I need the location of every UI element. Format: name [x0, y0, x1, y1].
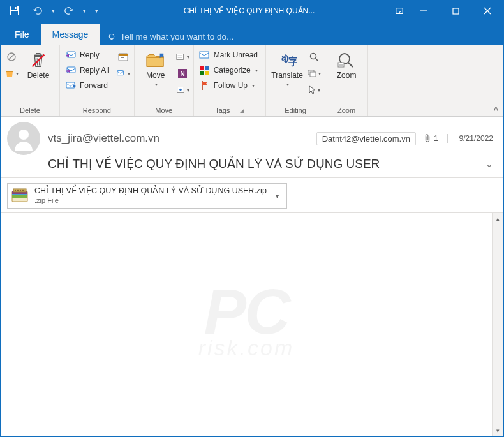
reply-all-button[interactable]: Reply All	[64, 63, 114, 77]
redo-button[interactable]	[60, 2, 78, 20]
forward-button[interactable]: Forward	[64, 78, 114, 93]
related-button[interactable]: ▾	[307, 67, 321, 80]
select-button[interactable]: ▾	[307, 84, 321, 96]
tags-launcher-icon[interactable]: ◢	[240, 107, 244, 114]
svg-text:a: a	[281, 52, 286, 63]
meeting-button[interactable]	[116, 50, 130, 63]
forward-label: Forward	[80, 81, 108, 90]
lightbulb-icon	[107, 33, 116, 41]
group-zoom: Zoom Zoom	[325, 45, 368, 116]
svg-point-51	[17, 190, 19, 191]
svg-point-37	[311, 54, 316, 59]
ribbon-display-options[interactable]	[395, 6, 404, 15]
categorize-label: Categorize	[214, 66, 251, 75]
svg-rect-25	[176, 54, 183, 60]
maximize-button[interactable]	[440, 1, 471, 21]
svg-rect-31	[200, 66, 204, 70]
message-body: PC risk.com	[1, 213, 492, 436]
undo-dropdown-icon[interactable]: ▾	[52, 8, 55, 14]
group-tags-label: Tags	[215, 107, 230, 114]
svg-rect-34	[205, 71, 209, 75]
chevron-down-icon: ▾	[128, 71, 130, 77]
avatar	[7, 122, 40, 155]
translate-icon: a字	[277, 50, 297, 71]
tell-me-search[interactable]: Tell me what you want to do...	[100, 32, 241, 45]
scroll-down-icon[interactable]: ▾	[496, 425, 500, 436]
translate-button[interactable]: a字 Translate▾	[270, 48, 304, 89]
quick-access-toolbar: ▾ ▾ ▾	[1, 2, 103, 20]
junk-button[interactable]: ▾	[4, 67, 19, 80]
redo-dropdown-icon[interactable]: ▾	[83, 8, 86, 14]
undo-button[interactable]	[29, 2, 47, 20]
group-move: Move▾ ▾ N ▾ Move	[135, 45, 194, 116]
onenote-button[interactable]: N	[175, 67, 189, 80]
vertical-scrollbar[interactable]: ▴ ▾	[492, 213, 503, 436]
move-folder-icon	[145, 50, 166, 71]
svg-rect-6	[453, 8, 459, 14]
watermark-line1: PC	[204, 285, 289, 339]
to-address[interactable]: Datnt42@viettel.com.vn	[316, 132, 416, 145]
person-icon	[11, 126, 36, 151]
message-body-container: PC risk.com ▴ ▾	[1, 213, 503, 436]
svg-text:N: N	[180, 70, 184, 77]
translate-label: Translate▾	[271, 71, 303, 88]
scroll-up-icon[interactable]: ▴	[496, 213, 500, 225]
paperclip-icon	[424, 134, 431, 143]
from-address[interactable]: vts_jira@viettel.com.vn	[48, 132, 159, 144]
more-respond-button[interactable]: ▾	[116, 67, 130, 80]
svg-rect-32	[205, 66, 209, 70]
svg-rect-33	[200, 71, 204, 75]
find-button[interactable]	[307, 50, 321, 63]
tell-me-label: Tell me what you want to do...	[120, 32, 233, 41]
customize-qat-icon[interactable]: ▾	[95, 8, 98, 14]
move-button[interactable]: Move▾	[138, 48, 173, 89]
svg-rect-48	[12, 195, 27, 198]
categorize-icon	[199, 64, 211, 76]
rules-button[interactable]: ▾	[175, 50, 189, 63]
titlebar: ▾ ▾ ▾ CHỈ THỊ VỀ VIỆC QUY ĐỊNH QUẢN...	[1, 1, 503, 21]
attachment-count: 1	[434, 134, 438, 143]
reply-label: Reply	[80, 50, 100, 59]
delete-label: Delete	[27, 71, 50, 80]
zoom-button[interactable]: Zoom	[329, 48, 364, 81]
svg-point-44	[19, 130, 29, 140]
delete-button[interactable]: Delete	[21, 48, 56, 81]
reply-icon	[65, 49, 77, 61]
group-editing-label: Editing	[285, 105, 306, 115]
expand-header-button[interactable]: ⌄	[485, 159, 493, 169]
attachment-item[interactable]: CHỈ THỊ VỀ VIỆC QUY ĐỊNH QUẢN LÝ VÀ SỬ D…	[7, 183, 287, 209]
ribbon-tabs: File Message Tell me what you want to do…	[1, 21, 503, 45]
attachment-dropdown-icon[interactable]: ▾	[272, 189, 283, 204]
actions-button[interactable]: ▾	[175, 84, 189, 96]
attachment-indicator: 1	[424, 134, 448, 143]
watermark-line2: risk.com	[198, 339, 295, 357]
svg-rect-22	[121, 57, 122, 58]
minimize-button[interactable]	[408, 1, 440, 21]
mark-unread-icon	[199, 49, 211, 61]
follow-up-button[interactable]: Follow Up▾	[198, 78, 262, 93]
save-button[interactable]	[6, 2, 24, 20]
svg-rect-21	[119, 54, 128, 56]
categorize-button[interactable]: Categorize▾	[198, 63, 262, 77]
ignore-button[interactable]	[4, 50, 19, 63]
tab-message[interactable]: Message	[41, 24, 100, 45]
zoom-label: Zoom	[337, 71, 357, 80]
svg-point-52	[20, 190, 21, 191]
outlook-message-window: ▾ ▾ ▾ CHỈ THỊ VỀ VIỆC QUY ĐỊNH QUẢN... F…	[0, 0, 504, 437]
flag-icon	[199, 80, 211, 91]
svg-rect-3	[15, 7, 17, 9]
window-controls	[408, 1, 503, 21]
move-label: Move▾	[146, 71, 165, 88]
mark-unread-label: Mark Unread	[214, 50, 258, 59]
attachment-filetype: .zip File	[34, 196, 267, 205]
collapse-ribbon-button[interactable]: ᐱ	[488, 45, 503, 116]
group-editing: a字 Translate▾ ▾ ▾ Editing	[266, 45, 325, 116]
group-tags: Mark Unread Categorize▾ Follow Up▾ Tags …	[194, 45, 266, 116]
svg-line-12	[9, 54, 14, 59]
reply-button[interactable]: Reply	[64, 48, 114, 62]
mark-unread-button[interactable]: Mark Unread	[198, 48, 262, 62]
tab-file[interactable]: File	[3, 24, 41, 45]
svg-line-38	[316, 59, 318, 61]
close-button[interactable]	[471, 1, 503, 21]
svg-point-29	[179, 89, 182, 91]
